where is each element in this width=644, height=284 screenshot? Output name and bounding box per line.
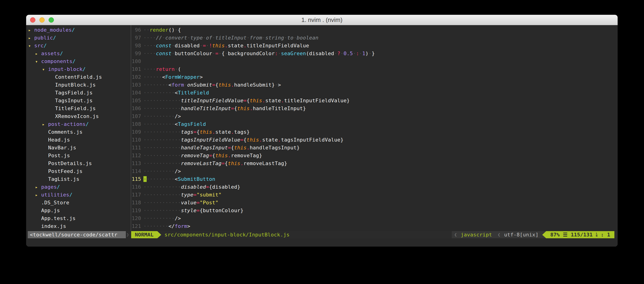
tree-item[interactable]: ▸utilities/ [26, 191, 130, 199]
tree-item[interactable]: App.js [26, 207, 130, 215]
desktop: 1. nvim . (nvim) ▸node_modules/▸public/▾… [0, 0, 644, 284]
code-line[interactable]: 97····//·convert·type·of·titleInput·from… [131, 34, 618, 42]
code-line[interactable]: 98····const·disabled·=·!this.state.title… [131, 42, 618, 50]
line-text: ············tags={this.state.tags} [144, 129, 250, 135]
tree-item[interactable]: Post.js [26, 152, 130, 159]
code-line[interactable]: 102······<FormWrapper> [131, 73, 618, 81]
encoding-indicator: utf-8[unix] [503, 231, 542, 238]
file-name: TitleField.js [55, 106, 96, 111]
tree-item[interactable]: .DS_Store [26, 199, 130, 207]
tree-item[interactable]: XRemoveIcon.js [26, 113, 130, 120]
code-line[interactable]: 110············tagsInputFieldValue={this… [131, 136, 618, 144]
line-number: 106 [131, 105, 144, 113]
code-line[interactable]: 103········<form·onSubmit={this.handleSu… [131, 81, 618, 89]
code-line[interactable]: 112············removeTag={this.removeTag… [131, 152, 618, 159]
line-text: ······<FormWrapper> [144, 74, 203, 80]
line-text: ············handleTagsInput={this.handle… [144, 145, 300, 150]
code-line[interactable]: 104··········<TitleField [131, 89, 618, 97]
close-button[interactable] [30, 17, 36, 23]
line-text: ········<form·onSubmit={this.handleSubmi… [144, 82, 281, 88]
editor-buffer: 96··render()·{97····//·convert·type·of·t… [131, 26, 618, 230]
line-number: 107 [131, 113, 144, 120]
window-titlebar[interactable]: 1. nvim . (nvim) [26, 15, 618, 25]
code-line[interactable]: 120··········/> [131, 215, 618, 222]
tree-item[interactable]: TitleField.js [26, 105, 130, 113]
folder-name: src [34, 43, 44, 48]
file-name: PostFeed.js [48, 168, 82, 174]
code-line[interactable]: 100 [131, 57, 618, 65]
code-line[interactable]: 111············handleTagsInput={this.han… [131, 144, 618, 152]
statusbar-info-segment: ❮ javascript ❮ utf-8[unix] [452, 231, 542, 238]
tree-statusline: <tockwell/source-code/scattr [28, 231, 126, 238]
tree-item[interactable]: TagList.js [26, 175, 130, 183]
line-text: ··········<TitleField [144, 90, 209, 96]
code-line[interactable]: 99····const·buttonColour·=·{·backgroundC… [131, 50, 618, 57]
tree-item[interactable]: PostDetails.js [26, 159, 130, 167]
folder-slash: / [70, 192, 73, 198]
code-line[interactable]: 107··········/> [131, 113, 618, 120]
code-line[interactable]: 115··········<SubmitButton [131, 175, 618, 183]
tree-item[interactable]: ▾components/ [26, 57, 130, 65]
code-line[interactable]: 116············disabled={disabled} [131, 183, 618, 191]
code-line[interactable]: 108··········<TagsField [131, 120, 618, 128]
code-line[interactable]: 117············type="submit" [131, 191, 618, 199]
code-line[interactable]: 101····return·( [131, 65, 618, 73]
file-name: NavBar.js [48, 145, 76, 150]
file-name: XRemoveIcon.js [55, 113, 99, 119]
folder-closed-arrow-icon: ▸ [35, 50, 41, 57]
line-text: ········</form> [144, 223, 190, 229]
line-text: ············removeLastTag={this.removeLa… [144, 160, 287, 166]
tree-item[interactable]: ▸public/ [26, 34, 130, 42]
code-line[interactable]: 118············value="Post" [131, 199, 618, 207]
column-number: 1 [607, 231, 610, 238]
file-name: ContentField.js [55, 74, 102, 80]
line-number: 116 [131, 183, 144, 191]
command-line[interactable] [26, 238, 618, 247]
line-number: 98 [131, 42, 144, 50]
line-number: 99 [131, 50, 144, 57]
line-number: 104 [131, 89, 144, 97]
zoom-button[interactable] [48, 17, 54, 23]
line-position: 115/131 [571, 231, 593, 238]
line-text: ··········/> [144, 113, 181, 119]
code-line[interactable]: 106············handleTitleInput={this.ha… [131, 105, 618, 113]
file-name: App.js [41, 208, 60, 213]
line-number: 110 [131, 136, 144, 144]
tree-item[interactable]: NavBar.js [26, 144, 130, 152]
tree-item[interactable]: PostFeed.js [26, 167, 130, 175]
line-text: ····const·disabled·=·!this.state.titleIn… [144, 43, 309, 48]
tree-item[interactable]: index.js [26, 222, 130, 230]
folder-slash: / [53, 35, 56, 41]
tree-item[interactable]: ▸assets/ [26, 50, 130, 57]
file-name: Comments.js [48, 129, 82, 135]
tree-item[interactable]: ▸pages/ [26, 183, 130, 191]
terminal-window: 1. nvim . (nvim) ▸node_modules/▸public/▾… [26, 15, 618, 247]
file-name: index.js [41, 223, 66, 229]
code-line[interactable]: 109············tags={this.state.tags} [131, 128, 618, 136]
code-line[interactable]: 119············style={buttonColour} [131, 207, 618, 215]
code-line[interactable]: 96··render()·{ [131, 26, 618, 34]
tree-item[interactable]: Head.js [26, 136, 130, 144]
tree-item[interactable]: ▾input-block/ [26, 65, 130, 73]
line-number: 120 [131, 215, 144, 222]
code-line[interactable]: 105············titleInputFieldValue={thi… [131, 97, 618, 105]
code-line[interactable]: 114··········/> [131, 167, 618, 175]
tree-item[interactable]: ▾src/ [26, 42, 130, 50]
tree-item[interactable]: ContentField.js [26, 73, 130, 81]
tree-item[interactable]: App.test.js [26, 215, 130, 222]
tree-item[interactable]: TagsInput.js [26, 97, 130, 105]
tree-item[interactable]: Comments.js [26, 128, 130, 136]
code-line[interactable]: 113············removeLastTag={this.remov… [131, 159, 618, 167]
folder-name: pages [41, 184, 57, 190]
tree-item[interactable]: ▸node_modules/ [26, 26, 130, 34]
tree-item[interactable]: InputBlock.js [26, 81, 130, 89]
traffic-lights [30, 15, 54, 25]
tree-item[interactable]: TagsField.js [26, 89, 130, 97]
line-number: 114 [131, 167, 144, 175]
folder-name: components [41, 58, 72, 64]
minimize-button[interactable] [39, 17, 45, 23]
code-line[interactable]: 121········</form> [131, 222, 618, 230]
tree-item[interactable]: ▸post-actions/ [26, 120, 130, 128]
line-number: 111 [131, 144, 144, 152]
line-text: ··········/> [144, 215, 181, 221]
